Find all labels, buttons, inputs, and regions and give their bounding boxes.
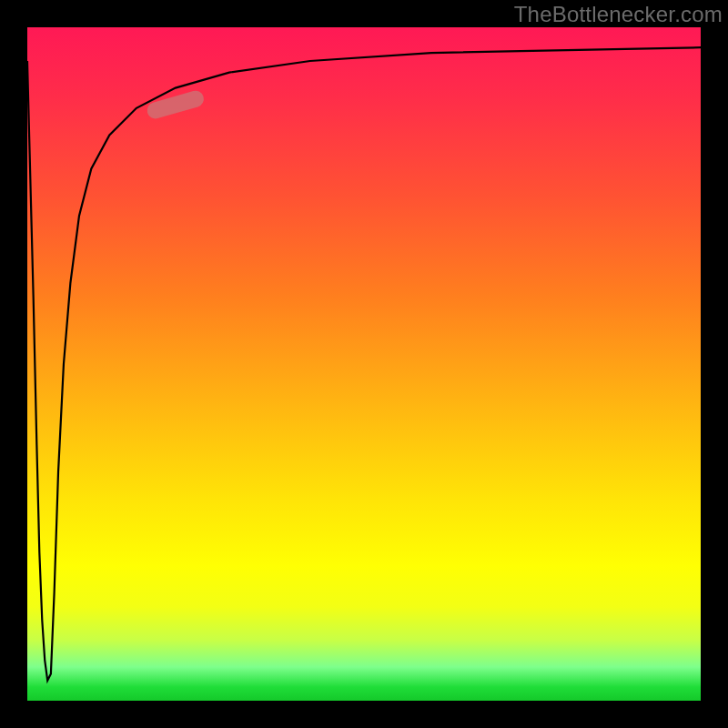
watermark-text: TheBottlenecker.com xyxy=(514,2,723,27)
operating-point-marker xyxy=(146,89,206,121)
bottleneck-curve xyxy=(27,47,701,681)
plot-area xyxy=(27,27,701,701)
curve-layer xyxy=(27,27,701,701)
chart-frame: TheBottlenecker.com xyxy=(0,0,728,728)
